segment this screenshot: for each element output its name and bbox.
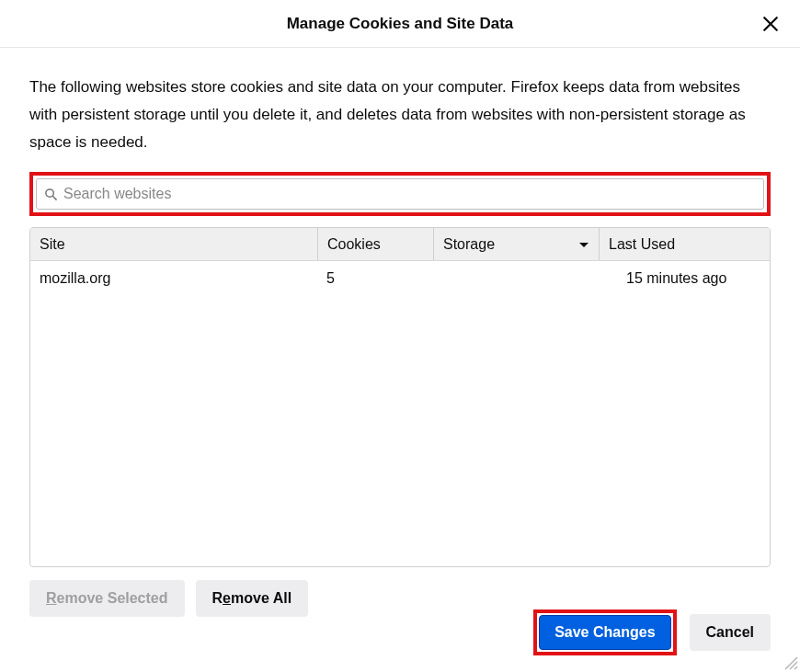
resize-grip-icon[interactable] (782, 654, 798, 670)
column-header-cookies[interactable]: Cookies (317, 228, 433, 260)
column-header-lastused[interactable]: Last Used (599, 228, 770, 260)
sites-table: Site Cookies Storage Last Used mozilla.o… (29, 227, 771, 567)
close-icon (762, 16, 779, 35)
save-highlight-frame: Save Changes (533, 609, 676, 655)
cell-lastused: 15 minutes ago (599, 270, 770, 287)
search-input[interactable] (63, 179, 756, 209)
close-button[interactable] (758, 12, 783, 38)
dialog-description: The following websites store cookies and… (29, 74, 771, 155)
column-header-site[interactable]: Site (30, 228, 317, 260)
column-header-storage[interactable]: Storage (433, 228, 599, 260)
cancel-button[interactable]: Cancel (690, 614, 771, 651)
cell-cookies: 5 (317, 270, 433, 287)
cell-site: mozilla.org (30, 270, 317, 287)
sort-descending-icon (578, 236, 589, 253)
search-highlight-frame (29, 172, 771, 216)
search-icon (44, 188, 58, 201)
remove-selected-button: Remove Selected (29, 580, 185, 617)
save-changes-button[interactable]: Save Changes (539, 615, 670, 650)
svg-line-1 (53, 196, 57, 199)
svg-line-4 (794, 666, 797, 669)
remove-all-button[interactable]: Remove All (196, 580, 309, 617)
dialog-title: Manage Cookies and Site Data (287, 15, 514, 33)
table-row[interactable]: mozilla.org 5 15 minutes ago (30, 261, 770, 295)
